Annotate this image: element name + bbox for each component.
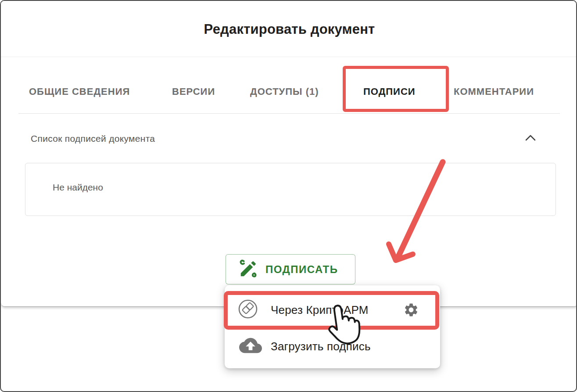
screenshot-frame: Редактировать документ ОБЩИЕ СВЕДЕНИЯ ВЕ… xyxy=(0,0,577,392)
menu-item-label: Через КриптоАРМ xyxy=(271,303,369,317)
tab-comments[interactable]: КОММЕНТАРИИ xyxy=(454,87,534,97)
gear-icon[interactable] xyxy=(403,302,419,318)
tab-signatures[interactable]: ПОДПИСИ xyxy=(363,87,416,97)
signatures-list-header: Список подписей документа xyxy=(31,133,155,144)
edit-document-dialog: Редактировать документ ОБЩИЕ СВЕДЕНИЯ ВЕ… xyxy=(1,1,577,307)
sign-button[interactable]: ПОДПИСАТЬ xyxy=(226,254,355,284)
cloud-upload-icon xyxy=(239,336,262,357)
title-divider xyxy=(1,57,577,57)
collapse-section-button[interactable] xyxy=(523,132,538,145)
dialog-title: Редактировать документ xyxy=(1,22,577,37)
tab-general[interactable]: ОБЩИЕ СВЕДЕНИЯ xyxy=(29,87,130,97)
tab-accesses[interactable]: ДОСТУПЫ (1) xyxy=(250,87,319,97)
empty-result-text: Не найдено xyxy=(53,182,103,193)
menu-item-cryptoarm[interactable]: Через КриптоАРМ xyxy=(225,291,440,328)
sign-button-label: ПОДПИСАТЬ xyxy=(265,263,338,276)
chevron-up-icon xyxy=(525,136,536,143)
tab-versions[interactable]: ВЕРСИИ xyxy=(172,87,215,97)
signatures-empty-panel: Не найдено xyxy=(25,163,556,216)
cryptoarm-circle-icon xyxy=(238,299,258,321)
menu-item-label: Загрузить подпись xyxy=(271,340,371,353)
tabs-divider xyxy=(18,113,560,114)
sign-options-dropdown: Через КриптоАРМ Загрузить подпись xyxy=(225,285,440,368)
menu-item-upload-signature[interactable]: Загрузить подпись xyxy=(225,331,440,362)
signature-pen-icon xyxy=(238,259,258,280)
